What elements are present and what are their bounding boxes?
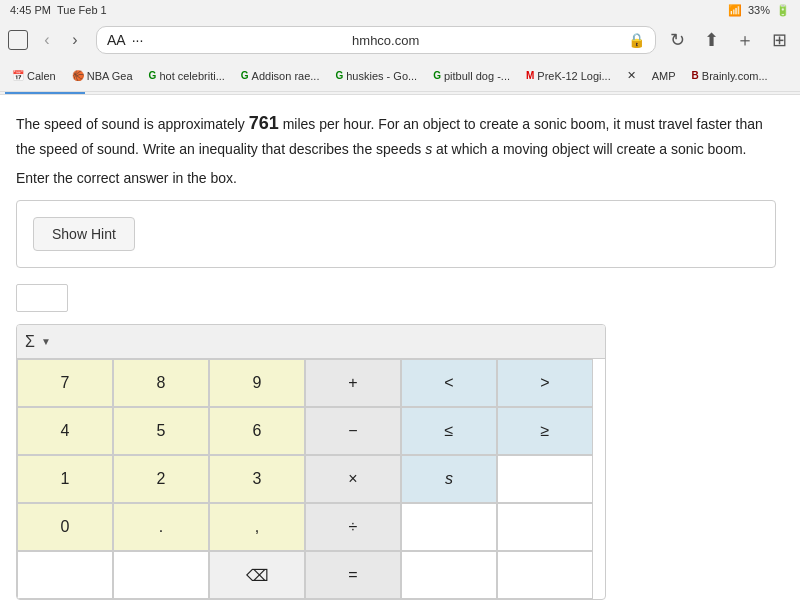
keypad-grid: 7 8 9 + < > 4 5 6 − ≤ ≥ 1 2 3 × s 0 . , … — [17, 359, 605, 599]
key-comma[interactable]: , — [209, 503, 305, 551]
tab-close[interactable]: ✕ — [620, 65, 643, 86]
answer-input[interactable] — [16, 284, 68, 312]
nav-buttons: ‹ › — [34, 27, 88, 53]
variable: s — [425, 141, 432, 157]
key-5[interactable]: 5 — [113, 407, 209, 455]
wifi-icon: 📶 — [728, 4, 742, 17]
nba-icon: 🏀 — [72, 70, 84, 81]
key-empty-r5c5 — [401, 551, 497, 599]
tab-addison[interactable]: G Addison rae... — [234, 66, 327, 86]
key-empty-r5c6 — [497, 551, 593, 599]
tabs-icon[interactable]: ⊞ — [766, 27, 792, 53]
aa-label: AA — [107, 32, 126, 48]
key-9[interactable]: 9 — [209, 359, 305, 407]
key-greater-than[interactable]: > — [497, 359, 593, 407]
text-end: at which a moving object will create a s… — [436, 141, 746, 157]
page-content: The speed of sound is approximately 761 … — [0, 95, 800, 600]
key-empty-r4c5 — [401, 503, 497, 551]
tab-label: pitbull dog -... — [444, 70, 510, 82]
key-0[interactable]: 0 — [17, 503, 113, 551]
tab-prek12[interactable]: M PreK-12 Logi... — [519, 66, 618, 86]
key-plus[interactable]: + — [305, 359, 401, 407]
battery: 33% — [748, 4, 770, 16]
key-empty-r5c2 — [113, 551, 209, 599]
dropdown-arrow-icon[interactable]: ▼ — [41, 336, 51, 347]
calendar-icon: 📅 — [12, 70, 24, 81]
m-icon: M — [526, 70, 534, 81]
key-greater-equal[interactable]: ≥ — [497, 407, 593, 455]
key-minus[interactable]: − — [305, 407, 401, 455]
dots: ··· — [132, 32, 144, 48]
key-equals[interactable]: = — [305, 551, 401, 599]
tab-huskies[interactable]: G huskies - Go... — [328, 66, 424, 86]
new-tab-icon[interactable]: ＋ — [732, 27, 758, 53]
tab-label: Calen — [27, 70, 56, 82]
sigma-symbol: Σ — [25, 333, 35, 351]
toolbar: ‹ › AA ··· hmhco.com 🔒 ↻ ⬆ ＋ ⊞ — [0, 20, 800, 60]
toolbar-right: ↻ ⬆ ＋ ⊞ — [664, 27, 792, 53]
key-empty-r5c1 — [17, 551, 113, 599]
tab-amp[interactable]: AMP — [645, 66, 683, 86]
tab-label: huskies - Go... — [346, 70, 417, 82]
instruction: Enter the correct answer in the box. — [16, 170, 784, 186]
address-bar[interactable]: AA ··· hmhco.com 🔒 — [96, 26, 656, 54]
key-less-equal[interactable]: ≤ — [401, 407, 497, 455]
key-backspace[interactable]: ⌫ — [209, 551, 305, 599]
back-button[interactable]: ‹ — [34, 27, 60, 53]
problem-text: The speed of sound is approximately 761 … — [16, 109, 784, 160]
brainly-icon: B — [692, 70, 699, 81]
tab-label: Brainly.com... — [702, 70, 768, 82]
tab-grid-icon[interactable] — [8, 30, 28, 50]
key-empty-r4c6 — [497, 503, 593, 551]
status-right: 📶 33% 🔋 — [728, 4, 790, 17]
status-left: 4:45 PM Tue Feb 1 — [10, 4, 107, 16]
tab-label: Addison rae... — [252, 70, 320, 82]
key-3[interactable]: 3 — [209, 455, 305, 503]
key-7[interactable]: 7 — [17, 359, 113, 407]
refresh-icon[interactable]: ↻ — [664, 27, 690, 53]
keypad-header: Σ ▼ — [17, 325, 605, 359]
speed-number: 761 — [249, 113, 279, 133]
tab-label: hot celebriti... — [159, 70, 224, 82]
key-divide[interactable]: ÷ — [305, 503, 401, 551]
forward-button[interactable]: › — [62, 27, 88, 53]
tab-nba[interactable]: 🏀 NBA Gea — [65, 66, 140, 86]
show-hint-button[interactable]: Show Hint — [33, 217, 135, 251]
key-decimal[interactable]: . — [113, 503, 209, 551]
g-icon-4: G — [433, 70, 441, 81]
key-s-variable[interactable]: s — [401, 455, 497, 503]
browser-chrome: ‹ › AA ··· hmhco.com 🔒 ↻ ⬆ ＋ ⊞ 📅 Calen 🏀… — [0, 20, 800, 95]
tab-label: NBA Gea — [87, 70, 133, 82]
keypad: Σ ▼ 7 8 9 + < > 4 5 6 − ≤ ≥ 1 2 3 × s — [16, 324, 606, 600]
hint-box: Show Hint — [16, 200, 776, 268]
key-6[interactable]: 6 — [209, 407, 305, 455]
url-text: hmhco.com — [149, 33, 622, 48]
time: 4:45 PM — [10, 4, 51, 16]
share-icon[interactable]: ⬆ — [698, 27, 724, 53]
g-icon-2: G — [241, 70, 249, 81]
tab-label: ✕ — [627, 69, 636, 82]
toolbar-left: ‹ › — [8, 27, 88, 53]
battery-icon: 🔋 — [776, 4, 790, 17]
tab-pitbull[interactable]: G pitbull dog -... — [426, 66, 517, 86]
tabs-bar: 📅 Calen 🏀 NBA Gea G hot celebriti... G A… — [0, 60, 800, 92]
key-empty-r3c6 — [497, 455, 593, 503]
g-icon-3: G — [335, 70, 343, 81]
key-less-than[interactable]: < — [401, 359, 497, 407]
tab-label: PreK-12 Logi... — [537, 70, 610, 82]
key-4[interactable]: 4 — [17, 407, 113, 455]
date: Tue Feb 1 — [57, 4, 107, 16]
key-2[interactable]: 2 — [113, 455, 209, 503]
key-multiply[interactable]: × — [305, 455, 401, 503]
key-8[interactable]: 8 — [113, 359, 209, 407]
tab-celebrities[interactable]: G hot celebriti... — [142, 66, 232, 86]
key-1[interactable]: 1 — [17, 455, 113, 503]
lock-icon: 🔒 — [628, 32, 645, 48]
tab-brainly[interactable]: B Brainly.com... — [685, 66, 775, 86]
active-tab-indicator — [5, 92, 85, 94]
status-bar: 4:45 PM Tue Feb 1 📶 33% 🔋 — [0, 0, 800, 20]
g-icon: G — [149, 70, 157, 81]
text-before: The speed of sound is approximately — [16, 116, 245, 132]
tab-calendar[interactable]: 📅 Calen — [5, 66, 63, 86]
tab-label: AMP — [652, 70, 676, 82]
